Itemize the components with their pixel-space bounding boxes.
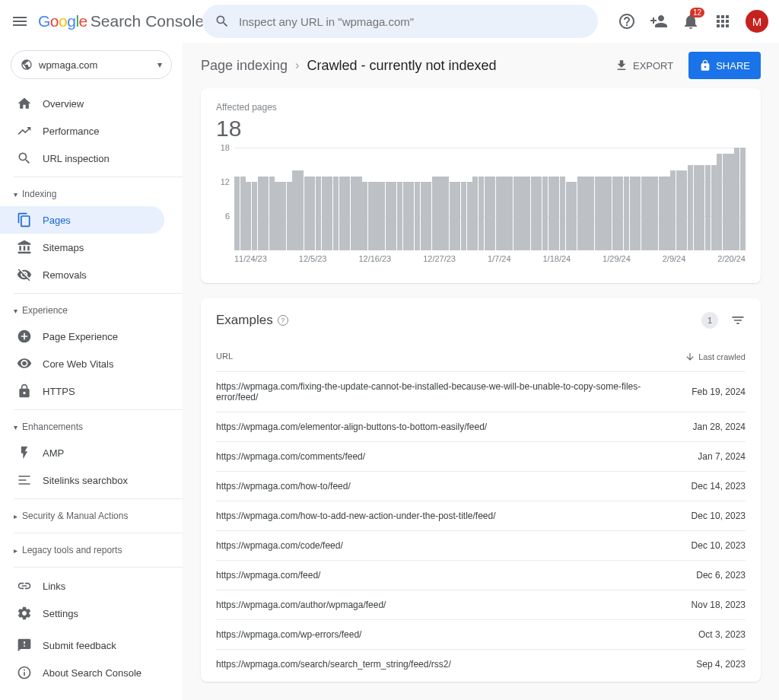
chart-bar[interactable] [269, 177, 275, 251]
filter-icon[interactable] [730, 313, 746, 328]
col-last-crawled[interactable]: Last crawled [662, 352, 746, 362]
section-security[interactable]: ▸Security & Manual Actions [0, 504, 183, 528]
chart-bar[interactable] [682, 170, 687, 250]
chart-bar[interactable] [688, 165, 693, 251]
chart-bar[interactable] [386, 182, 391, 250]
nav-core-web-vitals[interactable]: Core Web Vitals [0, 350, 164, 377]
chart-bar[interactable] [461, 182, 466, 250]
chart-bar[interactable] [437, 177, 443, 251]
chart-bar[interactable] [479, 177, 484, 251]
chart-bar[interactable] [246, 182, 251, 250]
nav-sitelinks-searchbox[interactable]: Sitelinks searchbox [0, 466, 164, 494]
chart-bar[interactable] [600, 177, 606, 251]
chart-bar[interactable] [310, 177, 315, 251]
chart-bar[interactable] [571, 182, 577, 250]
chart-bar[interactable] [275, 182, 280, 250]
chart-bar[interactable] [444, 177, 449, 251]
chart-bar[interactable] [403, 182, 409, 250]
notifications-icon[interactable]: 12 [682, 12, 700, 30]
account-avatar[interactable]: M [746, 10, 768, 33]
search-input[interactable] [239, 15, 586, 28]
chart-bar[interactable] [624, 177, 629, 251]
chart-bar[interactable] [316, 177, 321, 251]
logo[interactable]: Google Search Console [38, 12, 204, 30]
chart-bar[interactable] [426, 182, 431, 250]
chart-bar[interactable] [450, 182, 455, 250]
chart-bar[interactable] [740, 148, 746, 250]
chart-bar[interactable] [485, 177, 490, 251]
users-icon[interactable] [650, 12, 668, 30]
url-inspect-search[interactable] [202, 5, 598, 38]
nav-page-experience[interactable]: Page Experience [0, 323, 164, 350]
chart-bar[interactable] [304, 177, 310, 251]
chart-bar[interactable] [333, 177, 339, 251]
chart-bar[interactable] [362, 182, 367, 250]
chart-bar[interactable] [560, 177, 565, 251]
nav-overview[interactable]: Overview [0, 90, 164, 117]
section-indexing[interactable]: ▾Indexing [0, 182, 183, 206]
table-row[interactable]: https://wpmaga.com/code/feed/ Dec 10, 20… [216, 530, 746, 560]
export-button[interactable]: EXPORT [609, 52, 679, 79]
chart-bar[interactable] [525, 177, 530, 251]
chart-bar[interactable] [409, 182, 414, 250]
table-row[interactable]: https://wpmaga.com/elementor-align-butto… [216, 412, 746, 441]
apps-icon[interactable] [714, 12, 732, 30]
chart-bar[interactable] [496, 177, 501, 251]
chart-bar[interactable] [415, 182, 420, 250]
chart-bar[interactable] [514, 177, 519, 251]
chart-bar[interactable] [542, 177, 548, 251]
chart-bar[interactable] [380, 182, 385, 250]
chart-bar[interactable] [490, 177, 495, 251]
chart-bar[interactable] [467, 182, 472, 250]
chart-bar[interactable] [653, 177, 658, 251]
chart-bar[interactable] [240, 177, 246, 251]
section-enhancements[interactable]: ▾Enhancements [0, 415, 183, 439]
chart-bar[interactable] [635, 177, 641, 251]
nav-performance[interactable]: Performance [0, 117, 164, 145]
chart-bar[interactable] [536, 177, 542, 251]
chart-bar[interactable] [374, 182, 379, 250]
chart-bar[interactable] [292, 170, 297, 250]
chart-bar[interactable] [455, 182, 460, 250]
chart-bar[interactable] [711, 165, 717, 251]
table-row[interactable]: https://wpmaga.com/how-to/feed/ Dec 14, … [216, 471, 746, 501]
chart-bar[interactable] [630, 177, 635, 251]
chart-bar[interactable] [612, 177, 618, 251]
chart-bar[interactable] [263, 177, 269, 251]
chart-bar[interactable] [501, 177, 507, 251]
chart-bar[interactable] [566, 182, 571, 250]
chart-bar[interactable] [531, 177, 536, 251]
breadcrumb-parent[interactable]: Page indexing [201, 58, 288, 74]
nav-sitemaps[interactable]: Sitemaps [0, 234, 164, 261]
nav-about-search-console[interactable]: About Search Console [0, 659, 164, 686]
chart-bar[interactable] [432, 177, 437, 251]
chart-bar[interactable] [322, 177, 327, 251]
chart-bar[interactable] [421, 182, 426, 250]
chart-bar[interactable] [595, 177, 600, 251]
section-experience[interactable]: ▾Experience [0, 298, 183, 323]
chart-bar[interactable] [694, 165, 699, 251]
chart-bar[interactable] [345, 177, 350, 251]
chart-bar[interactable] [507, 177, 513, 251]
chart-bar[interactable] [327, 177, 332, 251]
page-indicator[interactable]: 1 [701, 312, 718, 329]
section-legacy[interactable]: ▸Legacy tools and reports [0, 538, 183, 562]
chart-bar[interactable] [717, 154, 722, 251]
table-row[interactable]: https://wpmaga.com/author/wpmaga/feed/ N… [216, 590, 746, 619]
chart-bar[interactable] [298, 170, 304, 250]
chart-bar[interactable] [281, 182, 286, 250]
chart-bar[interactable] [368, 182, 374, 250]
chart-bar[interactable] [664, 177, 669, 251]
nav-removals[interactable]: Removals [0, 261, 164, 288]
chart-bar[interactable] [659, 177, 664, 251]
chart-bar[interactable] [397, 182, 402, 250]
chart-bar[interactable] [606, 177, 612, 251]
nav-amp[interactable]: AMP [0, 439, 164, 466]
chart-bar[interactable] [577, 177, 583, 251]
nav-links[interactable]: Links [0, 572, 164, 600]
chart-bar[interactable] [258, 177, 263, 251]
property-selector[interactable]: wpmaga.com ▾ [11, 50, 172, 79]
chart-bar[interactable] [356, 177, 361, 251]
chart-bar[interactable] [723, 154, 728, 251]
chart-bar[interactable] [728, 154, 733, 251]
